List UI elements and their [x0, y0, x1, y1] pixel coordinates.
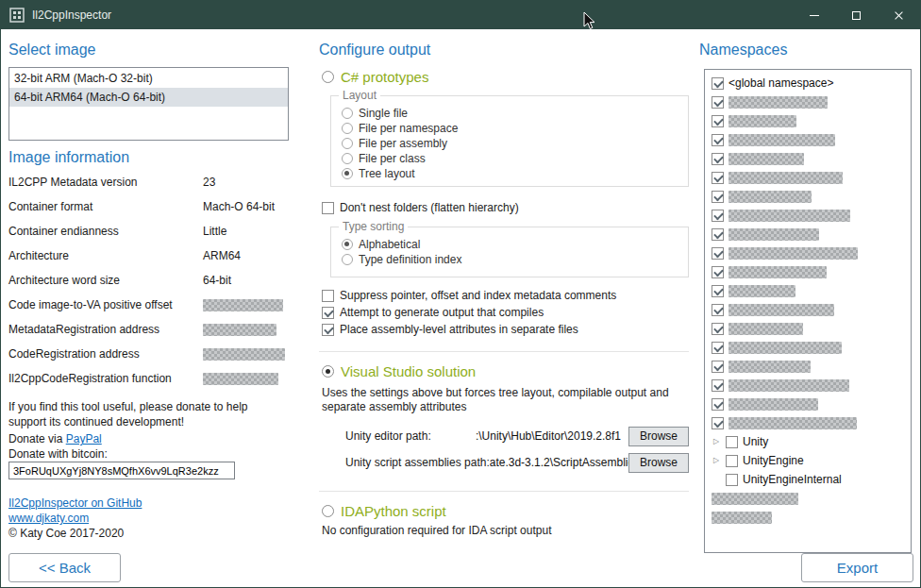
namespace-item[interactable] — [709, 489, 907, 508]
visual-studio-label: Visual Studio solution — [341, 363, 476, 379]
info-value: Little — [203, 225, 293, 249]
namespace-item[interactable] — [709, 413, 907, 432]
info-value — [203, 347, 293, 372]
expander-icon[interactable]: ▷ — [712, 437, 721, 446]
minimize-button[interactable] — [793, 1, 835, 29]
bitcoin-label: Donate with bitcoin: — [8, 447, 108, 461]
namespace-item[interactable] — [709, 168, 907, 187]
namespace-item[interactable] — [709, 262, 907, 281]
flatten-checkbox[interactable]: Don't nest folders (flatten hierarchy) — [322, 200, 519, 215]
export-button[interactable]: Export — [801, 553, 913, 582]
checkbox-icon — [712, 417, 724, 429]
redacted-namespace — [728, 172, 843, 184]
radio-option[interactable]: File per assembly — [342, 136, 684, 151]
namespace-item[interactable] — [709, 206, 907, 225]
checkbox-icon — [712, 323, 724, 335]
checkbox-label: Attempt to generate output that compiles — [340, 306, 544, 319]
image-list[interactable]: 32-bit ARM (Mach-O 32-bit)64-bit ARM64 (… — [8, 67, 289, 141]
checkbox-option[interactable]: Suppress pointer, offset and index metad… — [322, 287, 616, 304]
info-label: Il2CppCodeRegistration function — [8, 372, 203, 396]
radio-option[interactable]: Single file — [342, 106, 684, 121]
checkbox-icon — [712, 77, 724, 90]
namespace-item[interactable] — [709, 376, 907, 395]
namespace-item[interactable] — [709, 244, 907, 262]
maximize-button[interactable] — [835, 1, 878, 29]
visual-studio-radio[interactable]: Visual Studio solution — [322, 361, 476, 380]
idapython-radio[interactable]: IDAPython script — [322, 501, 446, 520]
donate-paypal-line: Donate via PayPal — [8, 432, 102, 445]
radio-option[interactable]: Type definition index — [342, 252, 684, 267]
type-sorting-group-label: Type sorting — [339, 220, 408, 233]
github-link[interactable]: Il2CppInspector on GitHub — [8, 496, 142, 510]
namespace-item[interactable] — [709, 281, 907, 300]
checkbox-option[interactable]: Attempt to generate output that compiles — [322, 304, 616, 321]
section-divider — [319, 351, 689, 352]
namespace-item[interactable] — [709, 508, 907, 527]
namespace-item[interactable]: <global namespace> — [709, 74, 907, 92]
namespace-item[interactable]: ▷UnityEngine — [709, 451, 907, 470]
image-info-table: IL2CPP Metadata version23Container forma… — [8, 176, 293, 396]
info-label: Architecture — [8, 249, 203, 274]
titlebar[interactable]: Il2CppInspector — [1, 1, 920, 29]
namespace-label: UnityEngine — [743, 454, 804, 467]
namespace-label: Unity — [743, 435, 768, 448]
info-label: Architecture word size — [8, 274, 203, 298]
unity-editor-path-row: Unity editor path: :\Unity\Hub\Editor\20… — [345, 426, 689, 446]
checkbox-icon — [726, 474, 738, 486]
info-label: Code image-to-VA positive offset — [8, 298, 203, 323]
image-info-heading: Image information — [8, 149, 129, 166]
radio-option[interactable]: File per namespace — [342, 121, 684, 136]
checkbox-icon — [712, 172, 724, 184]
namespace-item[interactable]: UnityEngineInternal — [709, 470, 907, 489]
radio-option[interactable]: Alphabetical — [342, 237, 684, 252]
radio-label: File per namespace — [359, 122, 458, 135]
radio-option[interactable]: File per class — [342, 151, 684, 166]
namespace-list[interactable]: <global namespace>▷Unity▷UnityEngineUnit… — [704, 69, 912, 553]
namespace-item[interactable] — [709, 319, 907, 338]
website-link[interactable]: www.djkaty.com — [8, 512, 89, 525]
checkbox-icon — [322, 324, 334, 336]
select-image-heading: Select image — [8, 42, 96, 59]
radio-label: Alphabetical — [359, 238, 420, 251]
info-value — [203, 323, 293, 347]
unity-script-browse-button[interactable]: Browse — [628, 453, 689, 473]
app-window: Il2CppInspector Select image 32-bit ARM … — [0, 0, 921, 588]
paypal-link[interactable]: PayPal — [66, 432, 102, 445]
window-title: Il2CppInspector — [32, 8, 111, 22]
expander-icon[interactable]: ▷ — [712, 456, 721, 465]
back-button[interactable]: << Back — [8, 553, 121, 582]
bitcoin-address-input[interactable] — [8, 462, 235, 479]
close-button[interactable] — [878, 1, 920, 29]
namespace-item[interactable] — [709, 225, 907, 244]
maximize-icon — [852, 11, 861, 20]
configure-output-heading: Configure output — [319, 42, 430, 59]
unity-editor-browse-button[interactable]: Browse — [628, 427, 689, 446]
namespace-item[interactable] — [709, 149, 907, 168]
namespace-item[interactable] — [709, 300, 907, 319]
unity-script-path-label: Unity script assemblies path: — [345, 456, 490, 469]
namespace-item[interactable] — [709, 92, 907, 111]
namespace-item[interactable] — [709, 357, 907, 376]
info-label: Container endianness — [8, 225, 203, 249]
info-value — [203, 372, 293, 396]
namespace-item[interactable]: ▷Unity — [709, 432, 907, 451]
redacted-namespace — [728, 285, 795, 297]
unity-script-path-value: ate.3d-3.1.2\ScriptAssemblies — [490, 456, 628, 469]
info-value: 64-bit — [203, 274, 293, 298]
radio-option[interactable]: Tree layout — [342, 166, 684, 181]
namespace-item[interactable] — [709, 111, 907, 130]
image-list-item[interactable]: 32-bit ARM (Mach-O 32-bit) — [9, 69, 288, 88]
csharp-prototypes-radio[interactable]: C# prototypes — [322, 67, 428, 86]
namespace-item[interactable] — [709, 187, 907, 206]
namespace-item[interactable] — [709, 395, 907, 413]
namespace-item[interactable] — [709, 338, 907, 357]
donate-via-text: Donate via — [8, 432, 66, 445]
output-checkboxes: Suppress pointer, offset and index metad… — [322, 287, 616, 338]
checkbox-icon — [322, 307, 334, 319]
checkbox-option[interactable]: Place assembly-level attributes in separ… — [322, 321, 616, 338]
image-list-item[interactable]: 64-bit ARM64 (Mach-O 64-bit) — [9, 88, 288, 107]
namespace-item[interactable] — [709, 130, 907, 149]
flatten-checkbox-icon — [322, 202, 334, 214]
layout-options: Single fileFile per namespaceFile per as… — [342, 106, 684, 181]
section-divider — [319, 491, 689, 492]
